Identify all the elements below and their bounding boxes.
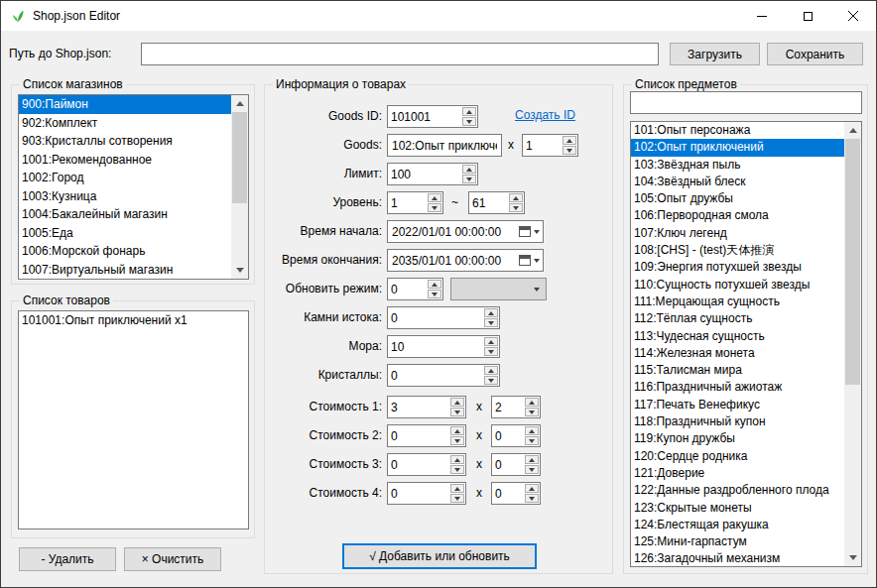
list-item[interactable]: 1006:Морской фонарь xyxy=(19,242,231,261)
spin-up-button[interactable] xyxy=(450,455,464,464)
spin-up-button[interactable] xyxy=(525,398,539,407)
cost-1-id-input[interactable] xyxy=(388,397,449,417)
scroll-thumb[interactable] xyxy=(845,139,860,385)
level-min-input[interactable] xyxy=(388,192,427,213)
list-item[interactable]: 121:Доверие xyxy=(631,465,844,482)
spin-down-button[interactable] xyxy=(428,290,441,298)
list-item[interactable]: 104:Звёздный блеск xyxy=(631,174,844,190)
crystal-input[interactable] xyxy=(388,365,483,386)
spin-down-button[interactable] xyxy=(509,203,523,212)
spin-up-button[interactable] xyxy=(563,136,576,145)
submit-button[interactable]: √ Добавить или обновить xyxy=(342,543,537,569)
spin-up-button[interactable] xyxy=(450,398,464,407)
list-item[interactable]: 122:Данные раздробленного плода xyxy=(631,482,844,499)
list-item[interactable]: 1005:Еда xyxy=(19,224,231,243)
end-time-input[interactable] xyxy=(388,254,515,268)
begin-time-calendar-button[interactable] xyxy=(515,221,543,242)
spin-down-button[interactable] xyxy=(563,146,576,155)
list-item[interactable]: 900:Паймон xyxy=(19,95,231,114)
spin-down-button[interactable] xyxy=(428,203,441,212)
cost-4-count-input[interactable] xyxy=(492,483,524,504)
spin-down-button[interactable] xyxy=(450,408,464,416)
spin-up-button[interactable] xyxy=(462,165,476,174)
list-item[interactable]: 125:Мини-гарпастум xyxy=(631,533,844,550)
level-max-input[interactable] xyxy=(469,192,508,213)
spin-down-button[interactable] xyxy=(525,494,539,503)
scroll-down-button[interactable] xyxy=(231,262,248,279)
item-list-scrollbar[interactable] xyxy=(844,122,861,566)
list-item[interactable]: 1001:Рекомендованное xyxy=(19,151,231,170)
item-listbox[interactable]: 101:Опыт персонажа102:Опыт приключений10… xyxy=(630,121,862,567)
mora-input[interactable] xyxy=(388,336,483,357)
cost-2-count-input[interactable] xyxy=(492,425,524,446)
delete-button[interactable]: - Удалить xyxy=(19,547,116,571)
hcoin-input[interactable] xyxy=(388,307,483,328)
goods-id-input[interactable] xyxy=(388,106,461,127)
spin-down-button[interactable] xyxy=(484,318,498,327)
list-item[interactable]: 119:Купон дружбы xyxy=(631,430,844,447)
list-item[interactable]: 112:Тёплая сущность xyxy=(631,310,844,327)
item-search-input[interactable] xyxy=(630,91,862,114)
spin-up-button[interactable] xyxy=(509,193,523,202)
list-item[interactable]: 101001:Опыт приключений x1 xyxy=(19,311,248,330)
spin-down-button[interactable] xyxy=(450,465,464,474)
refresh-mode-input[interactable] xyxy=(388,279,427,299)
list-item[interactable]: 110:Сущность потухшей звезды xyxy=(631,277,844,294)
list-item[interactable]: 1007:Виртуальный магазин xyxy=(19,261,231,280)
list-item[interactable]: 1004:Бакалейный магазин xyxy=(19,205,231,224)
end-time-calendar-button[interactable] xyxy=(515,250,543,271)
cost-4-id-input[interactable] xyxy=(388,483,449,504)
spin-up-button[interactable] xyxy=(484,366,498,375)
spin-down-button[interactable] xyxy=(462,175,476,183)
load-button[interactable]: Загрузить xyxy=(670,43,760,65)
path-input[interactable] xyxy=(141,43,659,65)
list-item[interactable]: 106:Первородная смола xyxy=(631,207,844,224)
scroll-down-button[interactable] xyxy=(844,549,861,566)
list-item[interactable]: 103:Звёздная пыль xyxy=(631,157,844,174)
cost-3-id-input[interactable] xyxy=(388,454,449,475)
spin-down-button[interactable] xyxy=(450,436,464,445)
maximize-button[interactable] xyxy=(785,1,830,31)
list-item[interactable]: 114:Железная монета xyxy=(631,345,844,362)
refresh-mode-combo[interactable] xyxy=(450,278,547,300)
spin-down-button[interactable] xyxy=(462,117,476,126)
list-item[interactable]: 111:Мерцающая сущность xyxy=(631,294,844,310)
spin-up-button[interactable] xyxy=(450,484,464,493)
spin-up-button[interactable] xyxy=(428,280,441,289)
list-item[interactable]: 116:Праздничный ажиотаж xyxy=(631,379,844,396)
goods-input[interactable] xyxy=(387,134,502,157)
list-item[interactable]: 1003:Кузница xyxy=(19,187,231,206)
shop-list-scrollbar[interactable] xyxy=(231,95,248,279)
list-item[interactable]: 120:Сердце родника xyxy=(631,448,844,465)
list-item[interactable]: 107:Ключ легенд xyxy=(631,225,844,242)
spin-up-button[interactable] xyxy=(525,426,539,435)
scroll-thumb[interactable] xyxy=(232,112,247,203)
list-item[interactable]: 113:Чудесная сущность xyxy=(631,328,844,345)
list-item[interactable]: 109:Энергия потухшей звезды xyxy=(631,259,844,276)
spin-up-button[interactable] xyxy=(462,107,476,116)
shop-listbox[interactable]: 900:Паймон902:Комплект903:Кристаллы сотв… xyxy=(18,94,249,280)
spin-down-button[interactable] xyxy=(525,465,539,474)
minimize-button[interactable] xyxy=(739,1,785,31)
list-item[interactable]: 903:Кристаллы сотворения xyxy=(19,132,231,151)
cost-3-count-input[interactable] xyxy=(492,454,524,475)
list-item[interactable]: 126:Загадочный механизм xyxy=(631,550,844,566)
goods-listbox[interactable]: 101001:Опыт приключений x1 xyxy=(18,310,249,529)
spin-down-button[interactable] xyxy=(525,408,539,416)
scroll-up-button[interactable] xyxy=(231,95,248,112)
spin-down-button[interactable] xyxy=(484,376,498,385)
cost-1-count-input[interactable] xyxy=(492,397,524,417)
list-item[interactable]: 1002:Город xyxy=(19,169,231,187)
spin-down-button[interactable] xyxy=(525,436,539,445)
list-item[interactable]: 123:Скрытые монеты xyxy=(631,500,844,517)
spin-up-button[interactable] xyxy=(484,308,498,317)
cost-2-id-input[interactable] xyxy=(388,425,449,446)
spin-up-button[interactable] xyxy=(525,455,539,464)
list-item[interactable]: 105:Опыт дружбы xyxy=(631,190,844,207)
goods-count-input[interactable] xyxy=(523,135,562,156)
limit-input[interactable] xyxy=(388,164,461,184)
create-id-link[interactable]: Создать ID xyxy=(515,108,575,122)
spin-up-button[interactable] xyxy=(428,193,441,202)
spin-up-button[interactable] xyxy=(450,426,464,435)
clear-button[interactable]: × Очистить xyxy=(124,547,221,571)
